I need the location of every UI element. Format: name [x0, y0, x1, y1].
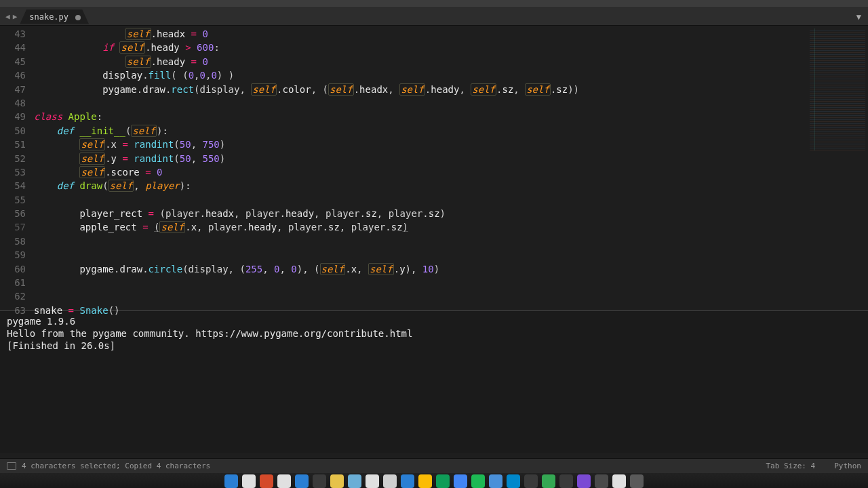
panel-icon[interactable] — [7, 462, 16, 470]
dock-app-icon[interactable] — [418, 474, 432, 488]
back-icon[interactable]: ◀ — [5, 12, 10, 21]
dock-app-icon[interactable] — [489, 474, 502, 488]
status-syntax[interactable]: Python — [834, 462, 861, 470]
status-tabsize[interactable]: Tab Size: 4 — [766, 462, 815, 470]
console-line: [Finished in 26.0s] — [7, 340, 861, 352]
dock-app-icon[interactable] — [401, 474, 414, 488]
minimap-content — [810, 28, 865, 150]
editor[interactable]: 4344454647484950515253545556575859606162… — [0, 26, 868, 310]
dock-app-icon[interactable] — [524, 474, 538, 488]
dock-app-icon[interactable] — [454, 474, 467, 488]
minimap[interactable] — [807, 26, 868, 310]
status-message: 4 characters selected; Copied 4 characte… — [22, 462, 210, 470]
dock-app-icon[interactable] — [559, 474, 573, 488]
line-gutter: 4344454647484950515253545556575859606162… — [0, 26, 34, 310]
dock-app-icon[interactable] — [242, 474, 256, 488]
nav-arrows[interactable]: ◀ ▶ — [0, 12, 22, 21]
dock-app-icon[interactable] — [507, 474, 520, 488]
dock-app-icon[interactable] — [295, 474, 309, 488]
dock-app-icon[interactable] — [366, 474, 379, 488]
dock-app-icon[interactable] — [542, 474, 555, 488]
dock-app-icon[interactable] — [330, 474, 344, 488]
dock-app-icon[interactable] — [260, 474, 273, 488]
tab-label: snake.py — [29, 12, 68, 22]
dock-app-icon[interactable] — [471, 474, 485, 488]
dock-app-icon[interactable] — [595, 474, 608, 488]
output-console[interactable]: pygame 1.9.6 Hello from the pygame commu… — [0, 310, 868, 453]
dock-app-icon[interactable] — [436, 474, 450, 488]
code-area[interactable]: self.headx = 0 if self.heady > 600: self… — [34, 26, 807, 310]
dock-app-icon[interactable] — [630, 474, 644, 488]
dock-app-icon[interactable] — [224, 474, 238, 488]
status-bar: 4 characters selected; Copied 4 characte… — [0, 458, 868, 473]
macos-dock[interactable] — [0, 473, 868, 488]
dock-app-icon[interactable] — [277, 474, 291, 488]
dirty-indicator-icon — [75, 15, 81, 20]
tab-bar: ◀ ▶ snake.py ▼ — [0, 8, 868, 26]
dock-app-icon[interactable] — [577, 474, 591, 488]
dock-app-icon[interactable] — [612, 474, 626, 488]
dock-app-icon[interactable] — [313, 474, 326, 488]
dock-app-icon[interactable] — [383, 474, 397, 488]
tab-menu-icon[interactable]: ▼ — [856, 12, 861, 22]
window-title-bar — [0, 0, 868, 8]
forward-icon[interactable]: ▶ — [13, 12, 18, 21]
console-line: Hello from the pygame community. https:/… — [7, 327, 861, 340]
tab-snake-py[interactable]: snake.py — [20, 9, 89, 24]
dock-app-icon[interactable] — [348, 474, 361, 488]
